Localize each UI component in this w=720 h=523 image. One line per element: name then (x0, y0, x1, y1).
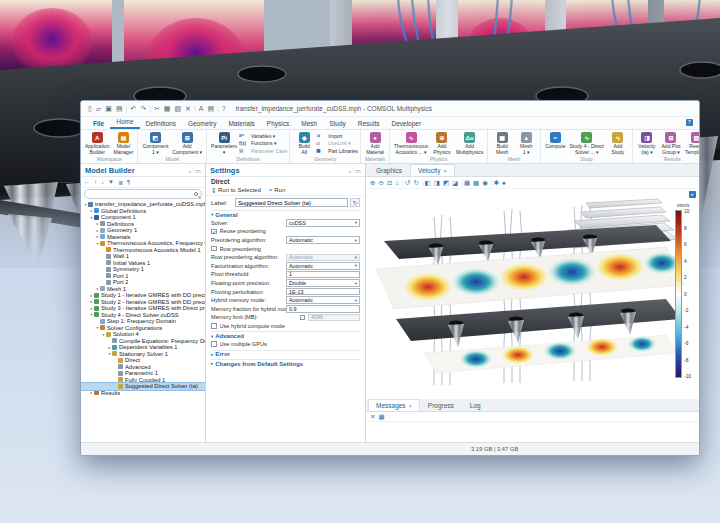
application-builder-icon[interactable]: A (199, 102, 204, 116)
ribbon-button-velocity[interactable]: ◨Velocity (ta) ▾ (635, 131, 659, 155)
transparency-icon[interactable]: ◨ (434, 179, 440, 187)
paste-icon[interactable]: ▧ (174, 102, 181, 116)
menu-tab-physics[interactable]: Physics (261, 118, 295, 129)
graphics-tab-graphics[interactable]: Graphics (368, 164, 410, 176)
ribbon-button-part-libraries[interactable]: ▦Part Libraries (316, 147, 358, 155)
ribbon-help-icon[interactable]: ? (686, 119, 693, 126)
menu-tab-materials[interactable]: Materials (222, 118, 260, 129)
text-field[interactable]: 0.9 (286, 305, 360, 313)
menu-tab-geometry[interactable]: Geometry (182, 118, 223, 129)
messages-tab-progress[interactable]: Progress (420, 399, 462, 411)
graphics-canvas[interactable]: ▸ mm/s 1086420-2-4-6-8-10 (366, 189, 699, 399)
panel-menu-icon[interactable]: ⌄ (187, 167, 192, 174)
ribbon-button-variables-[interactable]: a=Variables ▾ (239, 132, 287, 140)
ribbon-button-build[interactable]: ▦Build Mesh (490, 131, 514, 155)
plot-settings-icon[interactable]: ✱ (494, 179, 499, 187)
clear-messages-icon[interactable]: ✕ (370, 413, 375, 421)
ribbon-button-add[interactable]: ●Add Material (363, 131, 387, 155)
ribbon-button-compute[interactable]: =Compute (543, 131, 567, 150)
scene-light-icon[interactable]: ◧ (425, 179, 431, 187)
panel-float-icon[interactable]: ▭ (195, 167, 201, 174)
checkbox[interactable] (211, 323, 217, 329)
menu-tab-study[interactable]: Study (323, 118, 352, 129)
menu-tab-results[interactable]: Results (352, 118, 386, 129)
ribbon-button-result[interactable]: ▥Result Templates (683, 131, 699, 155)
copy-icon[interactable]: ▦ (164, 102, 171, 116)
dropdown[interactable]: cuDSS (286, 219, 360, 227)
ribbon-button-add[interactable]: ∿Add Study (606, 131, 630, 155)
settings-section-changes-from-default-settings[interactable]: ▸Changes from Default Settings (211, 359, 360, 368)
ribbon-button-add-plot[interactable]: ⊞Add Plot Group ▾ (659, 131, 683, 155)
down-icon[interactable]: ↓ (101, 179, 104, 185)
rotate-icon[interactable]: ↺ (405, 179, 410, 187)
ribbon-button-add[interactable]: ⊕Add Physics (430, 131, 454, 155)
ribbon-button-model[interactable]: ▤Model Manager (111, 131, 135, 155)
redo-icon[interactable]: ↷ (140, 102, 146, 116)
settings-section-advanced[interactable]: ▾Advanced (211, 331, 360, 340)
save-icon[interactable]: ▣ (105, 102, 112, 116)
ribbon-button-add[interactable]: ⊞Add Component ▾ (170, 131, 204, 155)
dropdown[interactable]: Automatic (286, 236, 360, 244)
ribbon-button-build[interactable]: ◆Build All (292, 131, 316, 155)
ribbon-button-parameters[interactable]: PiParameters ▾ (209, 131, 239, 155)
checkbox[interactable] (300, 315, 306, 321)
back-icon[interactable]: ← (84, 179, 90, 185)
orbit-icon[interactable]: ↻ (413, 179, 418, 187)
tree-node[interactable]: ▸Results (81, 390, 205, 397)
menu-tab-mesh[interactable]: Mesh (295, 118, 323, 129)
show-options-icon[interactable]: ¶ (127, 179, 130, 185)
text-field[interactable]: 4096 (308, 314, 360, 322)
record-icon[interactable]: ◉ (482, 179, 488, 187)
settings-section-error[interactable]: ▸Error (211, 350, 360, 359)
environment-icon[interactable]: ● (502, 179, 506, 186)
ribbon-button-component[interactable]: ◩Component 1 ▾ (140, 131, 170, 155)
tree-node[interactable]: ▾Thermoviscous Acoustics, Frequency Doma… (81, 240, 205, 247)
menu-tab-definitions[interactable]: Definitions (140, 118, 182, 129)
image-snapshot-icon[interactable]: ▩ (473, 179, 479, 187)
run-button[interactable]: = Run (269, 187, 286, 193)
wireframe-icon[interactable]: ◩ (443, 179, 449, 187)
rename-icon[interactable]: ↻ (350, 198, 360, 207)
grid-icon[interactable]: ▦ (464, 179, 470, 187)
zoom-out-icon[interactable]: ⊖ (378, 179, 383, 187)
delete-icon[interactable]: ✕ (185, 102, 191, 116)
menu-tab-home[interactable]: Home (110, 116, 139, 129)
messages-tab-messages[interactable]: Messages× (368, 399, 420, 411)
close-tab-icon[interactable]: × (409, 403, 412, 409)
dropdown[interactable]: Automatic (286, 254, 360, 262)
surface-icon[interactable]: ◪ (452, 179, 458, 187)
label-input[interactable] (235, 198, 348, 207)
dropdown[interactable]: Automatic (286, 296, 360, 304)
run-to-selected-button[interactable]: ↧ Run to Selected (211, 187, 261, 194)
copy-messages-icon[interactable]: ▦ (378, 413, 384, 421)
panel-menu-icon[interactable]: ⌄ (347, 167, 352, 174)
help-icon[interactable]: ? (222, 102, 226, 116)
plot-update-icon[interactable]: ▸ (689, 191, 696, 198)
messages-tab-log[interactable]: Log (462, 399, 489, 411)
text-field[interactable]: 1 (286, 271, 360, 279)
zoom-extents-icon[interactable]: ⊡ (387, 179, 392, 187)
zoom-in-icon[interactable]: ⊕ (370, 179, 375, 187)
ribbon-button-application[interactable]: AApplication Builder (83, 131, 111, 155)
ribbon-button-add[interactable]: ΔuAdd Multiphysics (454, 131, 485, 155)
model-tree-filter-input[interactable] (84, 189, 202, 199)
new-file-icon[interactable]: ▯ (88, 102, 92, 116)
up-icon[interactable]: ↑ (94, 179, 97, 185)
settings-section-general[interactable]: ▾General (211, 210, 360, 219)
checkbox[interactable] (211, 341, 217, 347)
undo-icon[interactable]: ↶ (130, 102, 136, 116)
dropdown[interactable]: Double (286, 279, 360, 287)
ribbon-button-study-4-direct[interactable]: ∿Study 4 - Direct Solver ... ▾ (568, 131, 606, 155)
checkbox[interactable]: ✓ (211, 229, 217, 235)
menu-tab-developer[interactable]: Developer (385, 118, 427, 129)
menu-tab-file[interactable]: File (87, 118, 110, 129)
model-manager-icon[interactable]: ▤ (207, 102, 214, 116)
open-file-icon[interactable]: ▱ (96, 102, 101, 116)
checkbox[interactable] (211, 246, 217, 252)
go-to-default-view-icon[interactable]: ⌂ (395, 179, 399, 186)
ribbon-button-thermoviscous[interactable]: ∿Thermoviscous Acoustics ... ▾ (392, 131, 430, 155)
save-as-icon[interactable]: ▤ (116, 102, 123, 116)
cut-icon[interactable]: ✂ (154, 102, 160, 116)
ribbon-button-functions-[interactable]: f(x)Functions ▾ (239, 140, 287, 148)
node-order-icon[interactable]: ≣ (118, 179, 123, 186)
